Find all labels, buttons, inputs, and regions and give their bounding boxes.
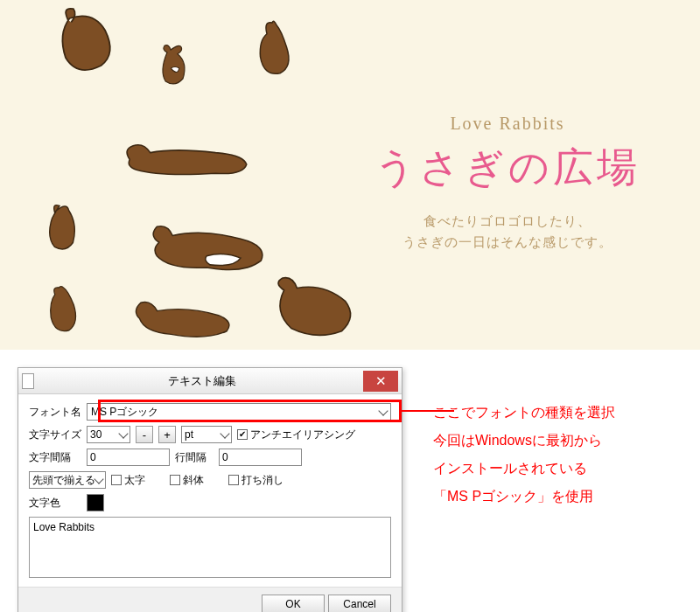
dialog-title: テキスト編集 — [41, 373, 363, 389]
text-edit-dialog: テキスト編集 ✕ フォント名 MS Pゴシック 文字サイズ 30 - + pt … — [18, 367, 402, 612]
rabbit-illustration — [44, 3, 127, 81]
rabbit-illustration — [262, 271, 363, 345]
letter-spacing-input[interactable]: 0 — [87, 449, 170, 466]
align-select[interactable]: 先頭で揃える — [29, 471, 106, 489]
rabbit-illustration — [241, 9, 306, 92]
banner-title-jp: うさぎの広場 — [350, 141, 665, 195]
line-spacing-label: 行間隔 — [175, 450, 214, 465]
letter-spacing-label: 文字間隔 — [29, 450, 81, 465]
annotation-line: インストールされている — [433, 455, 615, 483]
chevron-down-icon — [94, 474, 103, 483]
rabbit-illustration — [149, 35, 201, 96]
font-size-label: 文字サイズ — [29, 428, 81, 442]
dialog-button-row: OK Cancel — [18, 587, 402, 612]
bold-checkbox[interactable]: 太字 — [111, 473, 145, 488]
dialog-icon — [22, 373, 34, 389]
bold-label: 太字 — [124, 473, 145, 488]
size-decrease-button[interactable]: - — [136, 426, 153, 443]
size-unit-value: pt — [185, 428, 193, 441]
italic-checkbox[interactable]: 斜体 — [170, 473, 204, 488]
rabbit-illustration — [140, 219, 280, 280]
dialog-area: テキスト編集 ✕ フォント名 MS Pゴシック 文字サイズ 30 - + pt … — [18, 367, 682, 612]
italic-label: 斜体 — [183, 473, 204, 488]
banner-subtitle-en: Love Rabbits — [350, 114, 665, 134]
annotation-line: 今回はWindowsに最初から — [433, 427, 615, 455]
banner-desc-line2: うさぎの一日はそんな感じです。 — [402, 234, 612, 249]
size-increase-button[interactable]: + — [158, 426, 176, 443]
text-content-textarea[interactable]: Love Rabbits — [29, 517, 391, 578]
rabbit-illustration — [35, 275, 92, 345]
strike-checkbox[interactable]: 打ち消し — [228, 473, 284, 488]
font-size-value: 30 — [90, 428, 102, 441]
dialog-titlebar: テキスト編集 ✕ — [18, 368, 402, 394]
close-button[interactable]: ✕ — [363, 371, 398, 392]
chevron-down-icon — [220, 428, 229, 438]
annotation-text: ここでフォントの種類を選択 今回はWindowsに最初から インストールされてい… — [433, 399, 615, 511]
checkbox-icon — [228, 475, 239, 485]
ok-button[interactable]: OK — [262, 595, 325, 612]
size-unit-select[interactable]: pt — [181, 426, 232, 443]
checkbox-icon: ✔ — [237, 429, 248, 440]
annotation-line: 「MS Pゴシック」を使用 — [433, 483, 615, 511]
rabbit-illustration — [35, 197, 96, 258]
rabbit-illustration — [118, 136, 258, 184]
font-size-select[interactable]: 30 — [87, 426, 130, 443]
line-spacing-input[interactable]: 0 — [219, 449, 302, 466]
chevron-down-icon — [378, 406, 388, 415]
font-name-value: MS Pゴシック — [91, 405, 158, 420]
font-name-label: フォント名 — [29, 405, 81, 420]
banner: Love Rabbits うさぎの広場 食べたりゴロゴロしたり、 うさぎの一日は… — [0, 0, 700, 350]
align-value: 先頭で揃える — [32, 473, 95, 488]
font-name-select[interactable]: MS Pゴシック — [87, 403, 391, 421]
checkbox-icon — [170, 475, 180, 485]
color-label: 文字色 — [29, 496, 81, 511]
banner-text-block: Love Rabbits うさぎの広場 食べたりゴロゴロしたり、 うさぎの一日は… — [350, 114, 665, 253]
chevron-down-icon — [118, 428, 128, 438]
checkbox-icon — [111, 475, 122, 485]
banner-desc-line1: 食べたりゴロゴロしたり、 — [424, 213, 592, 228]
rabbit-illustration — [127, 293, 241, 341]
annotation-line: ここでフォントの種類を選択 — [433, 399, 615, 427]
cancel-button[interactable]: Cancel — [328, 595, 391, 612]
banner-description: 食べたりゴロゴロしたり、 うさぎの一日はそんな感じです。 — [350, 211, 665, 253]
color-swatch[interactable] — [87, 494, 104, 511]
strike-label: 打ち消し — [242, 473, 284, 488]
antialias-label: アンチエイリアシング — [250, 428, 355, 442]
dialog-body: フォント名 MS Pゴシック 文字サイズ 30 - + pt ✔アンチエイリアシ… — [18, 394, 402, 587]
antialias-checkbox[interactable]: ✔アンチエイリアシング — [237, 428, 355, 442]
